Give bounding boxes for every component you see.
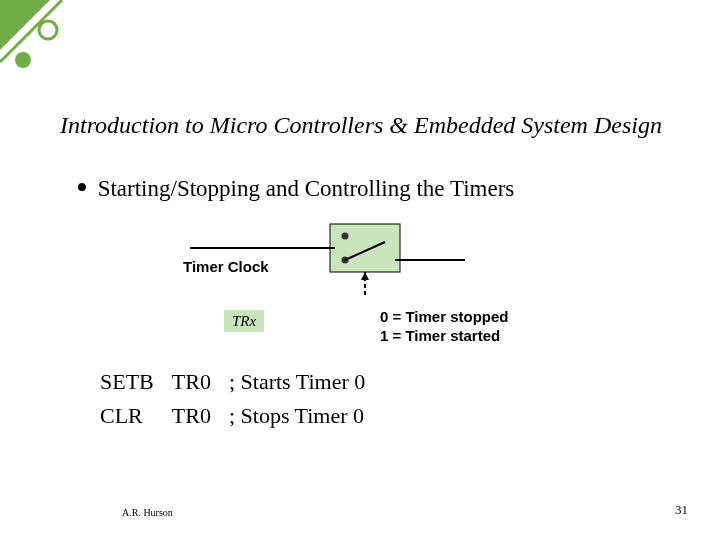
svg-point-6 (342, 233, 349, 240)
bullet-line: • Starting/Stopping and Controlling the … (76, 176, 680, 202)
svg-point-1 (39, 21, 57, 39)
slide-title: Introduction to Micro Controllers & Embe… (60, 112, 680, 139)
svg-marker-10 (361, 272, 369, 280)
corner-decoration (0, 0, 120, 120)
bullet-text: Starting/Stopping and Controlling the Ti… (98, 176, 515, 201)
code-table: SETB TR0 ; Starts Timer 0 CLR TR0 ; Stop… (100, 365, 383, 433)
slide: Introduction to Micro Controllers & Embe… (0, 0, 720, 540)
legend-line-0: 0 = Timer stopped (380, 308, 509, 327)
code-operand: TR0 (172, 399, 229, 433)
svg-line-0 (0, 0, 62, 62)
switch-diagram: Timer Clock (170, 220, 470, 300)
footer-author: A.R. Hurson (122, 507, 173, 518)
code-mnemonic: SETB (100, 365, 172, 399)
legend-line-1: 1 = Timer started (380, 327, 509, 346)
table-row: SETB TR0 ; Starts Timer 0 (100, 365, 383, 399)
table-row: CLR TR0 ; Stops Timer 0 (100, 399, 383, 433)
code-operand: TR0 (172, 365, 229, 399)
footer-page-number: 31 (675, 502, 688, 518)
code-mnemonic: CLR (100, 399, 172, 433)
code-comment: ; Stops Timer 0 (229, 399, 383, 433)
switch-legend: 0 = Timer stopped 1 = Timer started (380, 308, 509, 346)
svg-rect-3 (330, 224, 400, 272)
code-comment: ; Starts Timer 0 (229, 365, 383, 399)
trx-label-box: TRx (224, 310, 264, 332)
svg-point-2 (15, 52, 31, 68)
timer-clock-label: Timer Clock (183, 258, 269, 275)
